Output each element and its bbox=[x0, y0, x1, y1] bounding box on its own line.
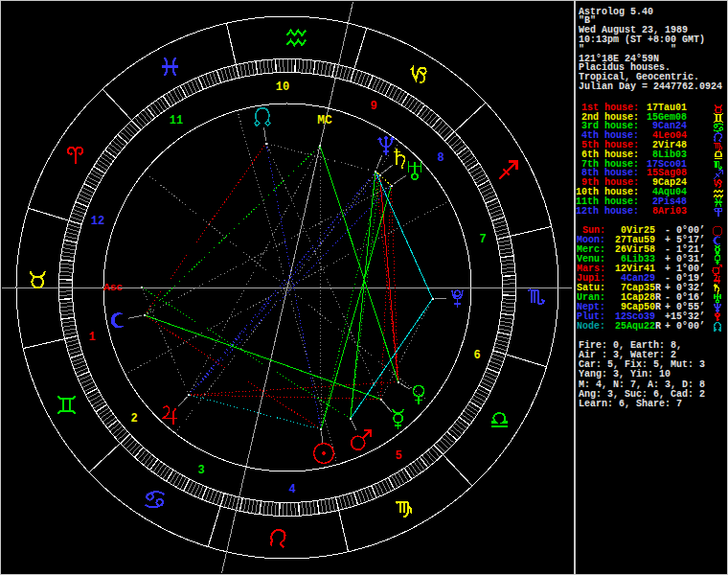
svg-text:1: 1 bbox=[88, 331, 95, 344]
svg-text:3: 3 bbox=[197, 464, 204, 477]
svg-text:2: 2 bbox=[130, 412, 137, 426]
svg-text:Asc: Asc bbox=[103, 282, 123, 293]
svg-text:12: 12 bbox=[91, 215, 104, 228]
svg-text:11: 11 bbox=[170, 114, 183, 127]
svg-text:7: 7 bbox=[479, 233, 486, 246]
svg-text:5: 5 bbox=[395, 449, 401, 463]
svg-text:MC: MC bbox=[317, 113, 332, 127]
svg-text:9: 9 bbox=[370, 100, 376, 113]
svg-text:8: 8 bbox=[437, 151, 444, 165]
svg-text:4: 4 bbox=[288, 483, 295, 496]
svg-text:10: 10 bbox=[276, 80, 289, 94]
svg-text:6: 6 bbox=[473, 349, 480, 362]
